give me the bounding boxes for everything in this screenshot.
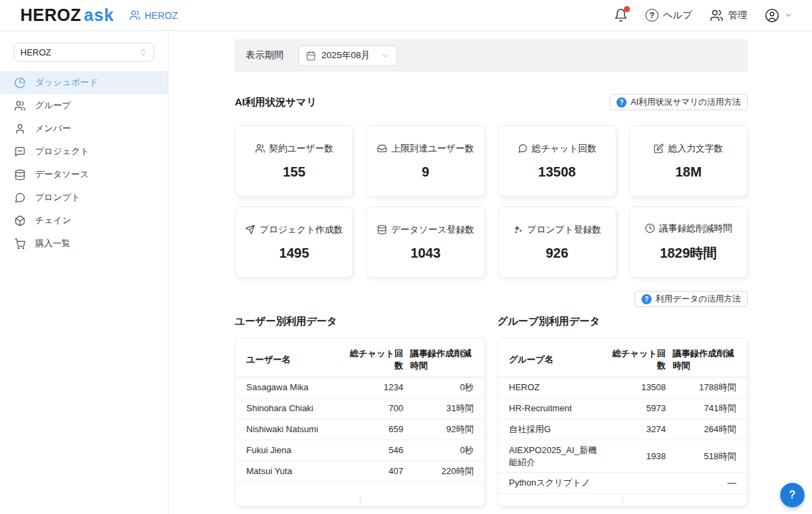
group-name: Pythonスクリプトノ xyxy=(509,477,600,489)
chat-count: 1938 xyxy=(606,450,666,463)
table-row[interactable]: 自社採用G 3274 264時間 xyxy=(498,419,747,440)
stat-card-minutes-saved: 議事録総削減時間 1829時間 xyxy=(629,206,748,278)
column-header: 議事録作成削減時間 xyxy=(410,348,474,371)
user-name: Fukui Jiena xyxy=(246,444,337,457)
table-row[interactable]: Shinohara Chiaki 700 31時間 xyxy=(235,398,484,419)
chat-count: 3274 xyxy=(606,423,666,436)
period-value: 2025年08月 xyxy=(321,49,370,62)
sidebar-item-prompts[interactable]: プロンプト xyxy=(0,186,168,209)
logo-primary: HEROZ xyxy=(20,5,81,25)
column-header: 総チャット回数 xyxy=(606,348,666,371)
summary-help-label: AI利用状況サマリの活用方法 xyxy=(631,97,741,108)
column-header: 総チャット回数 xyxy=(344,348,403,371)
main-content: 表示期間 2025年08月 AI利用状況サマリ ? AI利用 xyxy=(169,32,812,514)
summary-help-button[interactable]: ? AI利用状況サマリの活用方法 xyxy=(610,94,748,110)
group-name: HEROZ xyxy=(509,381,600,394)
floating-help-button[interactable]: ? xyxy=(780,483,805,507)
calendar-icon xyxy=(306,51,316,61)
sparkles-icon xyxy=(513,225,523,235)
usage-help-label: 利用データの活用方法 xyxy=(656,294,741,305)
table-row[interactable]: Matsui Yuta 407 220時間 xyxy=(235,461,484,482)
users-icon xyxy=(710,9,723,22)
help-menu-button[interactable]: ? ヘルプ xyxy=(646,9,692,22)
logo-secondary: ask xyxy=(84,5,114,25)
sidebar-item-label: プロジェクト xyxy=(35,145,89,158)
sidebar-item-label: チェイン xyxy=(35,214,71,227)
sidebar-item-datasources[interactable]: データソース xyxy=(0,163,168,186)
sidebar-item-chains[interactable]: チェイン xyxy=(0,209,168,232)
time-saved: 0秒 xyxy=(410,381,474,394)
group-table-title: グループ別利用データ xyxy=(497,315,748,328)
sidebar-item-projects[interactable]: プロジェクト xyxy=(0,140,168,163)
stat-card-limit-users: 上限到達ユーザー数 9 xyxy=(366,125,484,197)
app-header: HEROZ ask HEROZ ? ヘルプ xyxy=(0,0,812,31)
question-circle-icon: ? xyxy=(646,9,658,22)
stat-value: 18M xyxy=(675,164,702,180)
sidebar-item-label: データソース xyxy=(35,168,89,181)
period-select[interactable]: 2025年08月 xyxy=(298,45,397,66)
chat-count: 1234 xyxy=(344,381,403,394)
sidebar-item-label: グループ xyxy=(35,99,71,112)
scroll-more-indicator[interactable]: ⋮ xyxy=(357,495,364,505)
table-row[interactable]: Nishiwaki Natsumi 659 92時間 xyxy=(235,419,484,440)
chat-count: 5973 xyxy=(606,402,666,415)
time-saved: 518時間 xyxy=(673,450,736,463)
time-saved: 220時間 xyxy=(410,465,474,477)
stat-label: 上限到達ユーザー数 xyxy=(391,143,474,155)
account-menu-button[interactable] xyxy=(765,8,793,23)
chevron-down-icon xyxy=(784,11,793,20)
sidebar-item-dashboard[interactable]: ダッシュボード xyxy=(0,71,168,94)
group-name: HR-Recruitment xyxy=(509,402,600,415)
chain-box-icon xyxy=(14,215,26,227)
usage-help-button[interactable]: ? 利用データの活用方法 xyxy=(635,291,748,307)
table-row[interactable]: Sasagawa Mika 1234 0秒 xyxy=(235,377,484,398)
group-usage-table: グループ名 総チャット回数 議事録作成削減時間 HEROZ 13508 1788… xyxy=(497,337,748,507)
table-row[interactable]: HEROZ 13508 1788時間 xyxy=(498,377,747,398)
app-logo[interactable]: HEROZ ask xyxy=(20,5,114,25)
table-row[interactable]: Fukui Jiena 546 0秒 xyxy=(235,440,484,461)
column-header: 議事録作成削減時間 xyxy=(673,348,736,371)
table-row[interactable]: Pythonスクリプトノ — xyxy=(498,473,747,494)
admin-label: 管理 xyxy=(728,9,747,22)
stat-value: 926 xyxy=(545,246,568,261)
notification-dot xyxy=(624,6,630,12)
column-header: グループ名 xyxy=(509,354,600,366)
sidebar-item-purchases[interactable]: 購入一覧 xyxy=(0,232,168,255)
user-table-title: ユーザー別利用データ xyxy=(235,315,485,328)
stat-value: 1495 xyxy=(279,246,309,261)
time-saved: 1788時間 xyxy=(673,381,736,394)
user-usage-section: ユーザー別利用データ ユーザー名 総チャット回数 議事録作成削減時間 Sasag… xyxy=(235,315,485,507)
org-nav-link[interactable]: HEROZ xyxy=(129,9,178,21)
clock-icon xyxy=(645,223,655,233)
time-saved: 264時間 xyxy=(673,423,736,436)
period-bar: 表示期間 2025年08月 xyxy=(235,39,748,72)
sidebar: HEROZ ダッシュボード グループ メンバー xyxy=(0,32,168,514)
sidebar-item-members[interactable]: メンバー xyxy=(0,117,168,140)
notifications-button[interactable] xyxy=(614,8,628,22)
stat-card-input-chars: 総入力文字数 18M xyxy=(629,125,748,197)
stat-label: プロンプト登録数 xyxy=(527,224,602,236)
time-saved: 31時間 xyxy=(410,402,474,415)
org-select[interactable]: HEROZ xyxy=(14,43,154,62)
stat-value: 1829時間 xyxy=(660,244,717,262)
project-chat-icon xyxy=(14,146,26,158)
stat-card-prompts: プロンプト登録数 926 xyxy=(498,206,616,278)
table-row[interactable]: AIEXPO2025_AI_新機能紹介 1938 518時間 xyxy=(498,440,747,473)
group-icon xyxy=(14,100,26,112)
period-label: 表示期間 xyxy=(246,49,284,62)
chat-count: 659 xyxy=(344,423,403,436)
question-circle-icon: ? xyxy=(641,294,652,304)
chat-count: 546 xyxy=(344,444,403,457)
floating-help-label: ? xyxy=(789,489,796,501)
admin-menu-button[interactable]: 管理 xyxy=(710,9,747,22)
chat-count: 700 xyxy=(344,402,403,415)
table-row[interactable]: HR-Recruitment 5973 741時間 xyxy=(498,398,747,419)
sidebar-item-groups[interactable]: グループ xyxy=(0,94,168,117)
stat-label: 総入力文字数 xyxy=(668,143,723,155)
group-name: AIEXPO2025_AI_新機能紹介 xyxy=(509,444,600,468)
question-circle-icon: ? xyxy=(616,97,627,108)
scroll-more-indicator[interactable]: ⋮ xyxy=(619,495,627,505)
member-icon xyxy=(14,123,26,135)
time-saved: 741時間 xyxy=(673,402,736,415)
avatar-icon xyxy=(765,8,780,23)
